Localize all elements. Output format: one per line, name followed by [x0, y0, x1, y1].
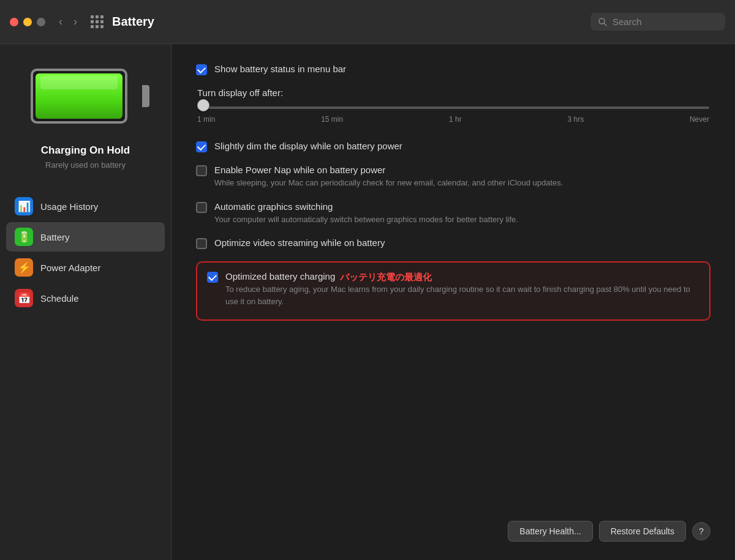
slider-label-3hrs: 3 hrs — [567, 115, 584, 124]
schedule-icon: 📅 — [15, 289, 33, 307]
svg-line-1 — [604, 23, 606, 26]
nav-arrows: ‹ › — [55, 14, 81, 29]
sidebar-item-power-adapter[interactable]: ⚡ Power Adapter — [6, 253, 165, 282]
sidebar-item-label-usage-history: Usage History — [40, 201, 98, 212]
power-nap-label: Enable Power Nap while on battery power — [214, 165, 710, 175]
show-battery-checkbox[interactable] — [196, 64, 207, 75]
auto-graphics-desc: Your computer will automatically switch … — [214, 214, 710, 226]
power-nap-row: Enable Power Nap while on battery power … — [196, 165, 710, 189]
window-title: Battery — [112, 15, 590, 29]
power-nap-text: Enable Power Nap while on battery power … — [214, 165, 710, 189]
slider-wrap — [197, 106, 709, 109]
close-button[interactable] — [10, 18, 18, 26]
optimize-video-label: Optimize video streaming while on batter… — [214, 237, 385, 248]
battery-icon: 🔋 — [15, 228, 33, 246]
back-button[interactable]: ‹ — [55, 14, 66, 29]
auto-graphics-checkbox-wrap[interactable] — [196, 202, 207, 213]
optimized-charging-row: Optimized battery charging バッテリ充電の最適化 To… — [207, 271, 699, 307]
optimize-video-row: Optimize video streaming while on batter… — [196, 237, 710, 249]
optimized-charging-label: Optimized battery charging — [225, 271, 335, 282]
show-battery-checkbox-wrap[interactable] — [196, 64, 207, 75]
turn-display-label: Turn display off after: — [197, 88, 709, 98]
sidebar-item-label-schedule: Schedule — [40, 293, 79, 304]
restore-defaults-button[interactable]: Restore Defaults — [599, 521, 686, 542]
sidebar-item-battery[interactable]: 🔋 Battery — [6, 222, 165, 252]
grid-icon[interactable] — [91, 15, 104, 28]
help-button[interactable]: ? — [692, 522, 710, 540]
optimized-charging-checkbox-wrap[interactable] — [207, 272, 218, 283]
slightly-dim-row: Slightly dim the display while on batter… — [196, 141, 710, 152]
optimized-charging-box: Optimized battery charging バッテリ充電の最適化 To… — [196, 261, 710, 321]
charging-sub-label: Rarely used on battery — [45, 160, 126, 170]
optimized-charging-desc: To reduce battery aging, your Mac learns… — [225, 283, 699, 307]
slider-labels: 1 min 15 min 1 hr 3 hrs Never — [197, 115, 709, 124]
battery-health-button[interactable]: Battery Health... — [508, 521, 592, 542]
slider-label-15min: 15 min — [321, 115, 343, 124]
main-area: Charging On Hold Rarely used on battery … — [0, 44, 735, 560]
display-off-slider-section: Turn display off after: 1 min 15 min 1 h… — [196, 88, 710, 124]
auto-graphics-text: Automatic graphics switching Your comput… — [214, 201, 710, 226]
bottom-bar: Battery Health... Restore Defaults ? — [196, 509, 710, 542]
slightly-dim-checkbox-wrap[interactable] — [196, 141, 207, 152]
optimized-charging-combined-label: Optimized battery charging バッテリ充電の最適化 — [225, 271, 699, 283]
slightly-dim-label: Slightly dim the display while on batter… — [214, 141, 402, 151]
titlebar: ‹ › Battery — [0, 0, 735, 44]
battery-image — [31, 62, 141, 130]
usage-history-icon: 📊 — [15, 197, 33, 215]
slightly-dim-checkbox[interactable] — [196, 141, 207, 152]
show-battery-label: Show battery status in menu bar — [214, 64, 346, 74]
optimize-video-checkbox-wrap[interactable] — [196, 238, 207, 249]
slightly-dim-text: Slightly dim the display while on batter… — [214, 141, 710, 152]
power-nap-checkbox-wrap[interactable] — [196, 165, 207, 176]
show-battery-row: Show battery status in menu bar — [196, 64, 710, 75]
sidebar: Charging On Hold Rarely used on battery … — [0, 44, 172, 560]
show-battery-text: Show battery status in menu bar — [214, 64, 710, 75]
search-box[interactable] — [590, 13, 725, 31]
forward-button[interactable]: › — [70, 14, 81, 29]
sidebar-item-schedule[interactable]: 📅 Schedule — [6, 283, 165, 313]
search-icon — [598, 17, 608, 27]
optimized-charging-japanese: バッテリ充電の最適化 — [340, 272, 432, 283]
optimize-video-checkbox[interactable] — [196, 238, 207, 249]
optimized-charging-checkbox[interactable] — [207, 272, 218, 283]
sidebar-item-usage-history[interactable]: 📊 Usage History — [6, 192, 165, 221]
auto-graphics-row: Automatic graphics switching Your comput… — [196, 201, 710, 226]
charging-status-label: Charging On Hold — [41, 144, 130, 157]
traffic-lights — [10, 18, 45, 26]
sidebar-nav: 📊 Usage History 🔋 Battery ⚡ Power Adapte… — [0, 192, 171, 314]
auto-graphics-label: Automatic graphics switching — [214, 201, 710, 212]
battery-fill — [36, 73, 123, 119]
slider-label-1min: 1 min — [197, 115, 215, 124]
display-off-slider[interactable] — [197, 106, 709, 109]
slider-label-1hr: 1 hr — [449, 115, 462, 124]
maximize-button[interactable] — [37, 18, 45, 26]
sidebar-item-label-battery: Battery — [40, 232, 70, 242]
optimize-video-text: Optimize video streaming while on batter… — [214, 237, 710, 248]
power-adapter-icon: ⚡ — [15, 258, 33, 277]
sidebar-item-label-power-adapter: Power Adapter — [40, 263, 100, 273]
slider-label-never: Never — [690, 115, 709, 124]
power-nap-desc: While sleeping, your Mac can periodicall… — [214, 177, 710, 189]
auto-graphics-checkbox[interactable] — [196, 202, 207, 213]
battery-terminal — [142, 85, 149, 107]
content-area: Show battery status in menu bar Turn dis… — [172, 44, 735, 560]
minimize-button[interactable] — [23, 18, 32, 26]
optimized-charging-text: Optimized battery charging バッテリ充電の最適化 To… — [225, 271, 699, 307]
power-nap-checkbox[interactable] — [196, 165, 207, 176]
battery-body — [31, 69, 127, 124]
search-input[interactable] — [612, 17, 718, 27]
